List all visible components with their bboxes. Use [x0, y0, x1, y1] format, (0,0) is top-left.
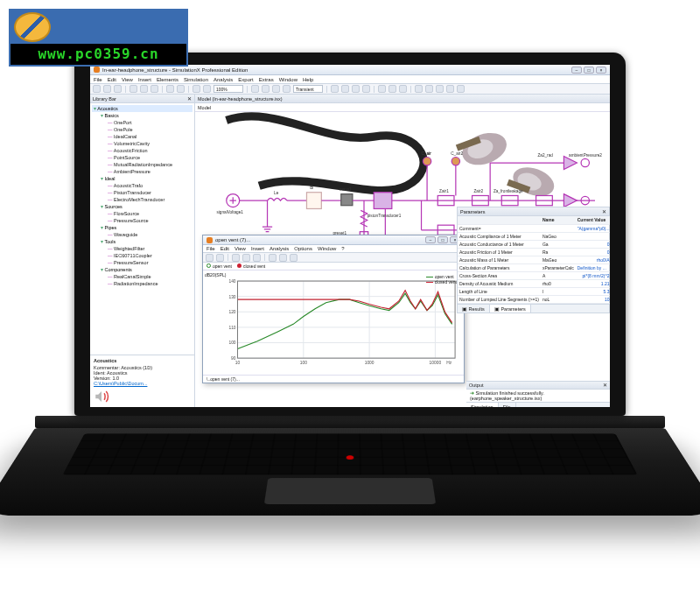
model-tab[interactable]: Model (In-ear-headphone_structure.isx): [195, 95, 610, 103]
save-icon[interactable]: [114, 85, 122, 93]
output-tab[interactable]: Simulation: [466, 403, 499, 407]
library-header[interactable]: Library Bar✕: [90, 95, 194, 103]
menu-export[interactable]: Export: [238, 77, 253, 82]
panel-pin-icon[interactable]: ✕: [187, 95, 192, 103]
tree-item[interactable]: VolumetricCavity: [92, 140, 192, 147]
param-row[interactable]: Number of Lumped Line Segments (>=1)noL1…: [458, 295, 610, 303]
play-icon[interactable]: [331, 85, 339, 93]
param-row[interactable]: Acoustic Mass of 1 MeterMaGeorho0/Akg/..…: [458, 256, 610, 263]
tree-group[interactable]: Sources: [92, 203, 192, 210]
chart-menu-window[interactable]: Window: [318, 246, 336, 251]
output-tab[interactable]: File: [499, 403, 516, 407]
chart-plot[interactable]: dB20(SPL) open vent closed vent 90100110…: [203, 270, 464, 381]
close-button[interactable]: [596, 67, 606, 74]
tree-item[interactable]: AcousticFriction: [92, 147, 192, 154]
redo-icon[interactable]: [177, 85, 185, 93]
loop-icon[interactable]: [362, 85, 370, 93]
chart-pan-icon[interactable]: [242, 254, 250, 262]
copy-icon[interactable]: [140, 85, 148, 93]
open-vent-tab[interactable]: open vent: [206, 263, 232, 269]
chart-menu-analysis[interactable]: Analysis: [270, 246, 289, 251]
cut-icon[interactable]: [130, 85, 137, 93]
tree-item[interactable]: Waveguide: [92, 231, 192, 238]
find-icon[interactable]: [192, 85, 200, 93]
table-icon[interactable]: [388, 85, 396, 93]
tree-item[interactable]: RadiationImpedance: [92, 280, 192, 287]
zoom-combo[interactable]: 100%: [214, 85, 243, 93]
tree-item[interactable]: IdealCanal: [92, 133, 192, 140]
chart-window[interactable]: open vent (7)... FileEditViewInsertAnaly…: [202, 235, 465, 383]
menu-edit[interactable]: Edit: [108, 77, 116, 82]
parameters-pin-icon[interactable]: ✕: [602, 207, 606, 216]
param-row[interactable]: Calculation of ParametersxParameterCalcD…: [458, 263, 610, 271]
menu-analysis[interactable]: Analysis: [214, 77, 233, 82]
params-tab[interactable]: ▣ Results: [458, 305, 490, 313]
parameters-table[interactable]: NameCurrent ValueUnit Comment="A(gamma*p…: [458, 216, 610, 304]
zoom-in-icon[interactable]: [415, 85, 423, 93]
run-icon[interactable]: [251, 85, 259, 93]
step-icon[interactable]: [283, 85, 290, 93]
tree-group[interactable]: Pipes: [92, 224, 192, 231]
zoom-out-icon[interactable]: [425, 85, 433, 93]
menu-simulation[interactable]: Simulation: [184, 77, 208, 82]
scope-icon[interactable]: [399, 85, 407, 93]
undo-icon[interactable]: [166, 85, 174, 93]
tree-item[interactable]: PressureSensor: [92, 259, 192, 266]
param-row[interactable]: Acoustic Friction of 1 MeterRa0Pa/...: [458, 248, 610, 256]
param-row[interactable]: Acoustic Conductance of 1 MeterGa0(m³/s.…: [458, 240, 610, 248]
chart-menu-options[interactable]: Options: [294, 246, 312, 251]
tree-item[interactable]: FlowSource: [92, 210, 192, 217]
tree-item[interactable]: OnePort: [92, 119, 192, 126]
tree-item[interactable]: AcousticTrafo: [92, 182, 192, 189]
tree-item[interactable]: WeightedFilter: [92, 245, 192, 252]
param-row[interactable]: Cross-Section AreaApi*(8 mm/2)^2m²: [458, 271, 610, 279]
tree-item[interactable]: IEC60711Coupler: [92, 252, 192, 259]
tree-item[interactable]: PointSource: [92, 154, 192, 161]
menu-insert[interactable]: Insert: [138, 77, 151, 82]
tree-item[interactable]: ElectroMechTransducer: [92, 196, 192, 203]
model-subtab[interactable]: Model: [195, 103, 610, 112]
param-row[interactable]: Comment="A(gamma*p0)...: [458, 224, 610, 232]
menu-view[interactable]: View: [122, 77, 133, 82]
chart-menu-view[interactable]: View: [234, 246, 246, 251]
forward-icon[interactable]: [352, 85, 360, 93]
chart-save-icon[interactable]: [216, 254, 224, 262]
chart-menu-?[interactable]: ?: [341, 246, 344, 251]
menu-elements[interactable]: Elements: [157, 77, 178, 82]
fit-icon[interactable]: [436, 85, 444, 93]
chart-export-icon[interactable]: [290, 254, 298, 262]
chart-menu-edit[interactable]: Edit: [220, 246, 229, 251]
menu-file[interactable]: File: [94, 77, 102, 82]
tree-item[interactable]: PressureSource: [92, 217, 192, 224]
chart-menu-insert[interactable]: Insert: [251, 246, 264, 251]
tree-group[interactable]: Ideal: [92, 175, 192, 182]
tree-item[interactable]: MutualRadiationImpedance: [92, 161, 192, 168]
rewind-icon[interactable]: [341, 85, 349, 93]
stop-icon[interactable]: [272, 85, 280, 93]
menu-help[interactable]: Help: [303, 77, 313, 82]
help-icon[interactable]: [457, 85, 465, 93]
closed-vent-tab[interactable]: closed vent: [237, 263, 265, 269]
tree-group[interactable]: Components: [92, 266, 192, 273]
chart-max-button[interactable]: [438, 236, 448, 243]
paste-icon[interactable]: [150, 85, 158, 93]
pan-icon[interactable]: [446, 85, 454, 93]
output-pin-icon[interactable]: ✕: [603, 381, 607, 390]
tree-group[interactable]: Basics: [92, 112, 192, 119]
chart-legend-icon[interactable]: [279, 254, 287, 262]
tree-item[interactable]: OnePole: [92, 126, 192, 133]
minimize-button[interactable]: [571, 67, 582, 74]
sim-mode-combo[interactable]: Transient: [293, 85, 323, 93]
tree-group[interactable]: Tools: [92, 238, 192, 245]
library-tree[interactable]: AcousticsBasicsOnePortOnePoleIdealCanalV…: [90, 103, 194, 355]
chart-open-icon[interactable]: [206, 254, 214, 262]
chart-icon[interactable]: [378, 85, 386, 93]
param-row[interactable]: Density of Acoustic Mediumrho01.21kg/m³: [458, 279, 610, 287]
param-row[interactable]: Length of Linel5.3mm: [458, 287, 610, 295]
chart-cursor-icon[interactable]: [253, 254, 261, 262]
grid-icon[interactable]: [203, 85, 211, 93]
maximize-button[interactable]: [584, 67, 594, 74]
chart-menu-file[interactable]: File: [206, 246, 215, 251]
tree-item[interactable]: RealCanalSimple: [92, 273, 192, 280]
menu-extras[interactable]: Extras: [259, 77, 274, 82]
